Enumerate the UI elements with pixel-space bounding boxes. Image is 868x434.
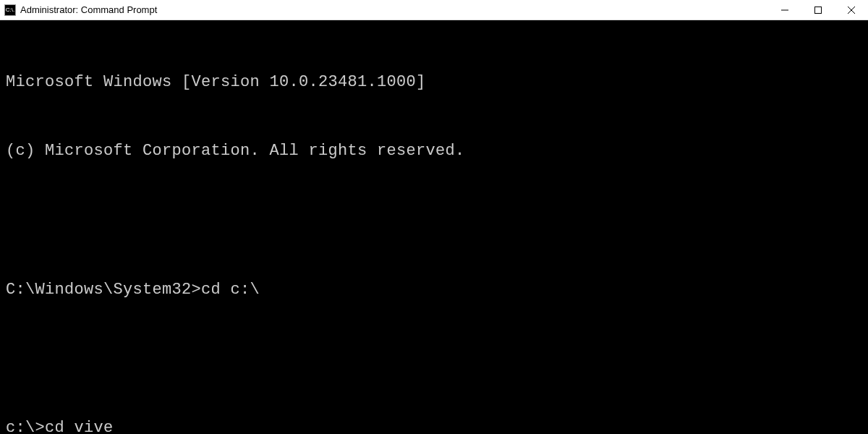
maximize-icon xyxy=(814,7,822,14)
maximize-button[interactable] xyxy=(801,0,835,20)
terminal-area[interactable]: Microsoft Windows [Version 10.0.23481.10… xyxy=(0,20,868,434)
svg-rect-1 xyxy=(815,7,822,14)
terminal-line: Microsoft Windows [Version 10.0.23481.10… xyxy=(6,71,862,94)
window-controls xyxy=(768,0,868,20)
close-icon xyxy=(848,7,855,14)
minimize-icon xyxy=(781,7,788,14)
close-button[interactable] xyxy=(835,0,868,20)
terminal-line xyxy=(6,209,862,232)
cmd-icon: C:\. xyxy=(4,4,16,16)
terminal-line: (c) Microsoft Corporation. All rights re… xyxy=(6,140,862,163)
title-bar: C:\. Administrator: Command Prompt xyxy=(0,0,868,20)
minimize-button[interactable] xyxy=(768,0,801,20)
window-title: Administrator: Command Prompt xyxy=(20,4,768,15)
terminal-line: C:\Windows\System32>cd c:\ xyxy=(6,278,862,302)
terminal-line xyxy=(6,347,862,370)
terminal-line: c:\>cd vive xyxy=(6,417,862,434)
